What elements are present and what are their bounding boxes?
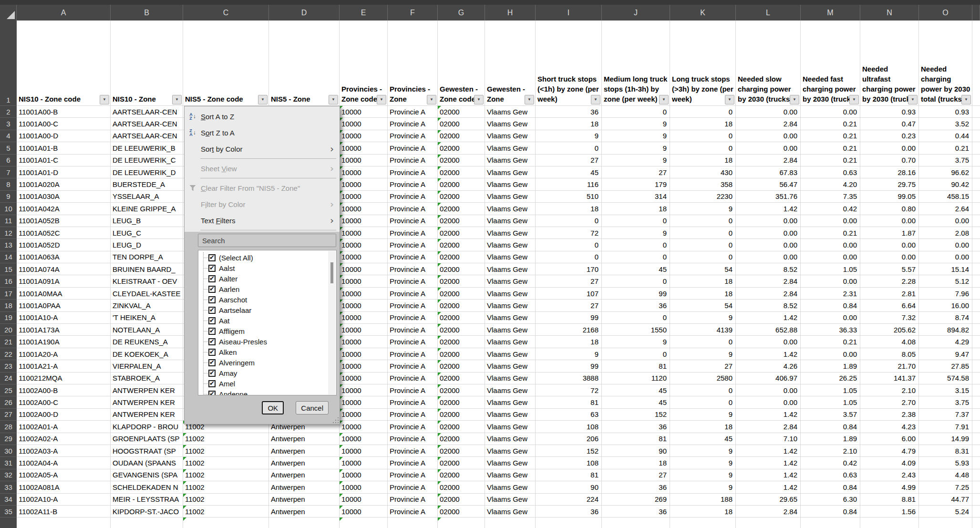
cell-B9[interactable]: YSSELAAR_A xyxy=(111,191,183,203)
cell-E33[interactable]: 10000 xyxy=(340,481,388,493)
row-header-27[interactable]: 27 xyxy=(0,409,17,421)
cell-M26[interactable]: 1.05 xyxy=(801,396,860,408)
filter-value-alveringem[interactable]: ✔Alveringem xyxy=(204,357,336,368)
cell-A9[interactable]: 11001A030A xyxy=(17,191,111,203)
cell-D36[interactable] xyxy=(269,518,340,528)
row-header-10[interactable]: 10 xyxy=(0,203,17,215)
cell-B26[interactable]: ANTWERPEN KER xyxy=(111,396,183,408)
checkbox-icon[interactable]: ✔ xyxy=(208,380,216,387)
cell-I35[interactable]: 36 xyxy=(536,506,602,518)
cell-B7[interactable]: DE LEEUWERIK_D xyxy=(111,166,183,178)
row-header-4[interactable]: 4 xyxy=(0,130,17,142)
cell-O20[interactable]: 894.82 xyxy=(919,324,972,336)
cell-A16[interactable]: 11001A091A xyxy=(17,275,111,287)
cell-K16[interactable]: 18 xyxy=(670,275,736,287)
cell-O6[interactable]: 3.75 xyxy=(919,155,972,166)
cell-I26[interactable]: 81 xyxy=(536,396,602,408)
cell-H36[interactable] xyxy=(485,518,536,528)
cell-A26[interactable]: 11002A00-C xyxy=(17,396,111,408)
header-cell-F[interactable]: Provincies - Zone▼ xyxy=(388,21,438,106)
header-cell-A[interactable]: NIS10 - Zone code▼ xyxy=(17,21,111,106)
cell-J14[interactable]: 0 xyxy=(602,251,670,263)
header-cell-O[interactable]: Needed charging power by 2030 total (tru… xyxy=(919,21,972,106)
cell-O5[interactable]: 0.21 xyxy=(919,142,972,154)
cell-N13[interactable]: 0.00 xyxy=(860,239,919,251)
cell-L14[interactable]: 0.00 xyxy=(736,251,801,263)
cell-K15[interactable]: 54 xyxy=(670,263,736,275)
cell-E30[interactable]: 10000 xyxy=(340,445,388,457)
cell-K7[interactable]: 430 xyxy=(670,166,736,178)
cell-G15[interactable]: 02000 xyxy=(438,263,485,275)
row-header-14[interactable]: 14 xyxy=(0,251,17,263)
cell-G32[interactable]: 02000 xyxy=(438,469,485,481)
cell-K18[interactable]: 54 xyxy=(670,300,736,311)
cell-L22[interactable]: 1.42 xyxy=(736,348,801,360)
cell-O21[interactable]: 4.29 xyxy=(919,336,972,348)
cell-B16[interactable]: KLEISTRAAT - OEV xyxy=(111,275,183,287)
checkbox-icon[interactable]: ✔ xyxy=(208,307,216,314)
column-header-H[interactable]: H xyxy=(485,5,536,21)
cell-N12[interactable]: 1.87 xyxy=(860,227,919,239)
cell-B18[interactable]: ZINKVAL_A xyxy=(111,300,183,311)
filter-button-I[interactable]: ▼ xyxy=(591,95,600,104)
cell-I32[interactable]: 81 xyxy=(536,469,602,481)
cell-I9[interactable]: 510 xyxy=(536,191,602,203)
column-header-J[interactable]: J xyxy=(602,5,670,21)
row-header-11[interactable]: 11 xyxy=(0,215,17,227)
cell-D29[interactable]: Antwerpen xyxy=(269,433,340,445)
cell-N24[interactable]: 141.37 xyxy=(860,373,919,384)
cell-K23[interactable]: 27 xyxy=(670,360,736,372)
cell-E19[interactable]: 10000 xyxy=(340,312,388,324)
cell-F5[interactable]: Provincie A xyxy=(388,142,438,154)
cell-M31[interactable]: 0.42 xyxy=(801,457,860,469)
cell-D30[interactable]: Antwerpen xyxy=(269,445,340,457)
cell-L18[interactable]: 8.52 xyxy=(736,300,801,311)
cell-K9[interactable]: 2230 xyxy=(670,191,736,203)
cell-J24[interactable]: 1120 xyxy=(602,373,670,384)
cell-M27[interactable]: 3.57 xyxy=(801,409,860,421)
checkbox-icon[interactable]: ✔ xyxy=(208,338,216,345)
cell-B31[interactable]: OUDAAN (SPAANS xyxy=(111,457,183,469)
cell-F12[interactable]: Provincie A xyxy=(388,227,438,239)
cell-B32[interactable]: GEVANGENIS (SPA xyxy=(111,469,183,481)
cell-L5[interactable]: 0.00 xyxy=(736,142,801,154)
cell-N9[interactable]: 99.05 xyxy=(860,191,919,203)
cell-A23[interactable]: 11001A21-A xyxy=(17,360,111,372)
cell-I16[interactable]: 27 xyxy=(536,275,602,287)
cell-E35[interactable]: 10000 xyxy=(340,506,388,518)
cell-M24[interactable]: 26.25 xyxy=(801,373,860,384)
cell-B11[interactable]: LEUG_B xyxy=(111,215,183,227)
cell-E8[interactable]: 10000 xyxy=(340,178,388,190)
checkbox-icon[interactable]: ✔ xyxy=(208,370,216,377)
row-header-32[interactable]: 32 xyxy=(0,469,17,481)
cell-J23[interactable]: 81 xyxy=(602,360,670,372)
cell-K27[interactable]: 9 xyxy=(670,409,736,421)
cell-I13[interactable]: 0 xyxy=(536,239,602,251)
cell-E3[interactable]: 10000 xyxy=(340,118,388,130)
cell-N25[interactable]: 2.10 xyxy=(860,384,919,396)
filter-button-A[interactable]: ▼ xyxy=(100,95,109,104)
cell-H6[interactable]: Vlaams Gew xyxy=(485,155,536,166)
cell-H29[interactable]: Vlaams Gew xyxy=(485,433,536,445)
cell-M22[interactable]: 0.00 xyxy=(801,348,860,360)
column-header-B[interactable]: B xyxy=(111,5,183,21)
cell-K34[interactable]: 188 xyxy=(670,494,736,506)
header-cell-H[interactable]: Gewesten - Zone▼ xyxy=(485,21,536,106)
cell-O2[interactable]: 0.93 xyxy=(919,106,972,118)
cell-M13[interactable]: 0.00 xyxy=(801,239,860,251)
cell-O28[interactable]: 7.91 xyxy=(919,421,972,433)
cell-O33[interactable]: 7.25 xyxy=(919,481,972,493)
cell-F21[interactable]: Provincie A xyxy=(388,336,438,348)
cell-O35[interactable]: 5.24 xyxy=(919,506,972,518)
cell-A11[interactable]: 11001A052B xyxy=(17,215,111,227)
cell-J7[interactable]: 27 xyxy=(602,166,670,178)
cell-F20[interactable]: Provincie A xyxy=(388,324,438,336)
cell-B20[interactable]: NOTELAAN_A xyxy=(111,324,183,336)
cell-L17[interactable]: 2.84 xyxy=(736,288,801,300)
checkbox-icon[interactable]: ✔ xyxy=(208,275,216,282)
column-header-D[interactable]: D xyxy=(269,5,340,21)
cell-H18[interactable]: Vlaams Gew xyxy=(485,300,536,311)
header-cell-J[interactable]: Medium long truck stops (1h-3h) by zone … xyxy=(602,21,670,106)
filter-button-K[interactable]: ▼ xyxy=(725,95,734,104)
cell-B4[interactable]: AARTSELAAR-CEN xyxy=(111,130,183,142)
